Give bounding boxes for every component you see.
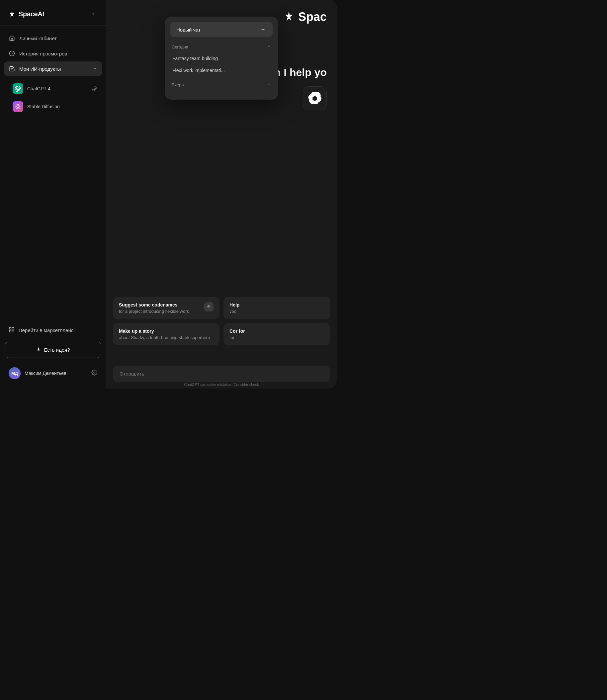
brand-name: Spac xyxy=(298,10,327,24)
new-chat-plus-icon: + xyxy=(259,26,267,33)
user-profile[interactable]: МД Максим Дементьев xyxy=(4,363,102,383)
sub-item-stable-diffusion[interactable]: Stable Diffusion xyxy=(8,98,102,115)
suggestion-title-2: Help xyxy=(229,302,324,307)
user-initials: МД xyxy=(11,371,18,376)
history-section-title-today: Сегодня xyxy=(172,44,188,49)
sidebar-header: SpaceAI xyxy=(0,0,106,25)
grid-icon xyxy=(8,327,15,334)
suggestion-arrow-icon-1 xyxy=(204,302,213,312)
sidebar-logo: SpaceAI xyxy=(8,10,44,18)
suggestion-subtitle-1: for a project introducing flexible work xyxy=(119,309,201,314)
svg-rect-8 xyxy=(12,327,14,329)
history-section-header-today: Сегодня xyxy=(170,43,273,52)
sidebar-item-label-products: Мои ИИ-продукты xyxy=(19,66,89,72)
idea-star-icon xyxy=(36,347,41,353)
sidebar-item-history[interactable]: История просмотров xyxy=(4,46,102,61)
sidebar-navigation: Личный кабинет История просмотров Мои ИИ… xyxy=(0,28,106,79)
svg-rect-9 xyxy=(12,331,14,332)
suggestion-card-3[interactable]: Make up a story about Sharky, a tooth-br… xyxy=(113,323,219,345)
chevron-down-icon-yesterday[interactable] xyxy=(267,82,271,88)
sub-items-list: ChatGPT-4 Stable Diffusion xyxy=(0,79,106,116)
sidebar-item-cabinet[interactable]: Личный кабинет xyxy=(4,31,102,45)
sub-item-chatgpt4[interactable]: ChatGPT-4 xyxy=(8,80,102,97)
svg-rect-10 xyxy=(9,331,11,332)
disclaimer-text: ChatGPT can make mistakes. Consider chec… xyxy=(113,383,330,388)
check-square-icon xyxy=(8,65,15,72)
chatgpt-product-icon xyxy=(303,86,327,110)
chevron-down-icon xyxy=(93,66,97,72)
sidebar-footer: Перейти в маркетплейс Есть идея? МД Макс… xyxy=(0,317,106,388)
suggestion-title-4: Cor for xyxy=(229,328,324,334)
suggestion-subtitle-2: voo xyxy=(229,309,324,314)
history-section-today: Сегодня Fantasy team building Flexi work… xyxy=(170,43,273,77)
history-section-header-yesterday: Вчера xyxy=(170,80,273,90)
history-item-2[interactable]: Flexi work implementati... xyxy=(170,64,273,77)
chat-input[interactable]: Отправить xyxy=(120,371,323,377)
sidebar-divider xyxy=(0,25,106,26)
svg-point-2 xyxy=(17,106,19,108)
sidebar-item-label-cabinet: Личный кабинет xyxy=(19,36,97,41)
chat-history-panel: Новый чат + Сегодня Fantasy team buildin… xyxy=(165,17,278,100)
settings-icon[interactable] xyxy=(91,369,97,377)
suggestion-subtitle-4: for xyxy=(229,335,324,340)
marketplace-label: Перейти в маркетплейс xyxy=(19,327,74,333)
user-avatar: МД xyxy=(8,367,21,379)
sidebar: SpaceAI Личный кабинет История xyxy=(0,0,106,388)
svg-rect-7 xyxy=(9,327,11,329)
sidebar-item-products[interactable]: Мои ИИ-продукты xyxy=(4,61,102,76)
chat-input-area: Отправить xyxy=(113,366,330,382)
history-item-1[interactable]: Fantasy team building xyxy=(170,52,273,64)
logo-text: SpaceAI xyxy=(19,10,44,18)
suggestion-title-3: Make up a story xyxy=(119,328,213,334)
idea-button-label: Есть идея? xyxy=(44,347,70,353)
brand-star-icon xyxy=(283,10,295,24)
chatgpt-icon xyxy=(13,83,23,94)
stable-diffusion-icon xyxy=(13,101,23,112)
sidebar-item-label-history: История просмотров xyxy=(19,51,97,57)
history-section-title-yesterday: Вчера xyxy=(172,82,184,87)
sub-item-label-chatgpt4: ChatGPT-4 xyxy=(27,86,88,91)
new-chat-button[interactable]: Новый чат + xyxy=(170,22,273,37)
sub-item-label-stable-diffusion: Stable Diffusion xyxy=(27,104,97,109)
svg-point-11 xyxy=(93,372,95,374)
chevron-up-icon[interactable] xyxy=(267,44,271,50)
suggestion-card-2[interactable]: Help voo xyxy=(224,297,330,319)
attachment-icon xyxy=(92,86,97,91)
suggestion-card-1[interactable]: Suggest some codenames for a project int… xyxy=(113,297,219,319)
clock-icon xyxy=(8,50,15,57)
history-section-yesterday: Вчера xyxy=(170,80,273,90)
main-content: Новый чат + Сегодня Fantasy team buildin… xyxy=(106,0,337,388)
idea-button[interactable]: Есть идея? xyxy=(5,342,101,358)
suggestions-area: Suggest some codenames for a project int… xyxy=(106,297,337,345)
logo-star-icon xyxy=(8,10,16,18)
home-icon xyxy=(8,35,15,42)
suggestion-card-4[interactable]: Cor for for xyxy=(224,323,330,345)
collapse-sidebar-button[interactable] xyxy=(89,9,98,19)
suggestion-title-1: Suggest some codenames xyxy=(119,302,201,307)
suggestion-subtitle-3: about Sharky, a tooth-brushing shark sup… xyxy=(119,335,213,340)
new-chat-label: Новый чат xyxy=(176,27,201,33)
marketplace-item[interactable]: Перейти в маркетплейс xyxy=(4,323,102,338)
brand-logo-row: Spac xyxy=(283,10,327,24)
user-name: Максим Дементьев xyxy=(25,370,87,376)
